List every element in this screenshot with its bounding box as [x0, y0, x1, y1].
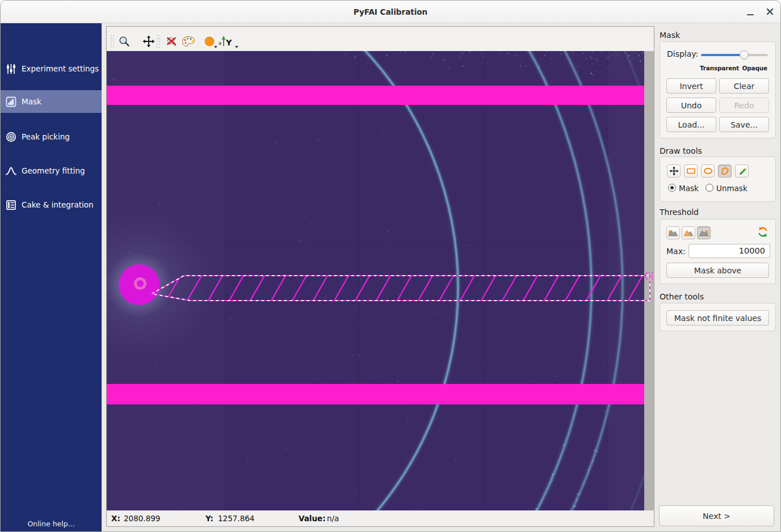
refresh-button[interactable] — [757, 226, 769, 238]
unmask-radio-label: Unmask — [716, 184, 748, 193]
value-label: Value: — [299, 514, 326, 523]
polygon-tool-button[interactable] — [718, 164, 732, 178]
display-label: Display: — [667, 49, 698, 58]
mask-above-button[interactable]: Mask above — [666, 263, 769, 278]
minimize-button[interactable] — [745, 6, 757, 18]
sidebar-item-label: Experiment settings — [22, 64, 99, 73]
slider-fill — [701, 54, 744, 56]
minimize-icon — [745, 6, 757, 18]
refresh-icon — [757, 226, 769, 238]
sidebar-item-label: Mask — [22, 97, 41, 106]
pyfai-window: PyFAI Calibration Experiment settings Ma… — [0, 0, 781, 532]
svg-text:a: a — [219, 41, 221, 46]
x-label: X: — [111, 514, 120, 523]
y-value: 1257.864 — [218, 514, 254, 523]
opaque-label: Opaque — [742, 65, 767, 71]
mask-tools-panel: Mask Display: Transparent Opaque Invert … — [658, 26, 781, 527]
sidebar-item-label: Geometry fitting — [22, 166, 85, 175]
transparent-label: Transparent — [700, 65, 739, 71]
mask-radio-label: Mask — [679, 184, 699, 193]
titlebar[interactable]: PyFAI Calibration — [1, 1, 780, 23]
dropdown-arrow-icon[interactable] — [213, 46, 218, 49]
mask-icon — [6, 96, 16, 107]
mask-not-finite-button[interactable]: Mask not finite values — [666, 310, 769, 326]
y-axis-orientation-button[interactable]: aY — [218, 35, 234, 48]
save-button[interactable]: Save... — [719, 117, 769, 132]
rectangle-tool-button[interactable] — [684, 164, 698, 178]
sidebar-item-experiment-settings[interactable]: Experiment settings — [1, 57, 102, 80]
rectangle-icon — [686, 166, 696, 176]
canvas-margin — [644, 51, 654, 510]
max-label: Max: — [666, 247, 686, 256]
zoom-reset-button[interactable] — [165, 35, 178, 48]
mask-selection-band — [152, 273, 652, 301]
window-title: PyFAI Calibration — [1, 7, 780, 16]
mask-opacity-slider[interactable] — [701, 50, 768, 60]
pan-tool-button[interactable] — [142, 35, 156, 48]
sliders-icon — [6, 64, 16, 74]
redo-button[interactable]: Redo — [719, 98, 769, 113]
zoom-tool-button[interactable] — [117, 35, 131, 48]
plot-toolbar: aY — [107, 27, 654, 51]
sidebar-item-cake-integration[interactable]: Cake & integration — [1, 193, 102, 216]
slider-handle[interactable] — [740, 50, 749, 60]
sidebar-item-mask[interactable]: Mask — [1, 90, 102, 113]
target-icon — [6, 132, 16, 142]
image-viewer-panel: aY — [106, 26, 654, 527]
next-button[interactable]: Next > — [659, 505, 774, 526]
histogram-above-icon — [699, 229, 709, 237]
other-tools-section-title: Other tools — [660, 292, 704, 301]
mask-section-title: Mask — [660, 31, 680, 40]
cake-integration-icon — [6, 200, 16, 210]
pan-draw-tool-button[interactable] — [667, 164, 681, 178]
ellipse-tool-button[interactable] — [701, 164, 715, 178]
pencil-icon — [737, 166, 747, 176]
toolbar-grip[interactable] — [156, 34, 161, 49]
ellipse-icon — [703, 166, 713, 176]
x-value: 2080.899 — [124, 514, 160, 523]
peak-curve-icon — [6, 166, 16, 176]
value-value: n/a — [327, 514, 339, 523]
pan-icon — [669, 166, 679, 176]
histogram-below-icon — [668, 229, 678, 237]
sidebar-item-geometry-fitting[interactable]: Geometry fitting — [1, 159, 102, 182]
undo-button[interactable]: Undo — [666, 98, 716, 113]
mask-bar-top — [107, 86, 644, 105]
close-button[interactable] — [765, 6, 776, 18]
clear-button[interactable]: Clear — [719, 78, 769, 94]
image-canvas[interactable] — [107, 51, 654, 510]
draw-tools-groupbox: Mask Unmask — [660, 157, 776, 202]
svg-text:Y: Y — [225, 38, 232, 47]
max-threshold-input[interactable]: 10000 — [688, 244, 770, 258]
statusbar: X: 2080.899 Y: 1257.864 Value: n/a — [107, 510, 654, 526]
polygon-icon — [720, 166, 730, 176]
dropdown-arrow-icon[interactable] — [234, 46, 239, 49]
pencil-tool-button[interactable] — [735, 164, 749, 178]
mask-groupbox: Display: Transparent Opaque Invert Clear… — [660, 41, 776, 138]
threshold-groupbox: Max: 10000 Mask above — [660, 219, 776, 284]
sidebar-item-label: Peak picking — [22, 132, 70, 141]
y-label: Y: — [205, 514, 213, 523]
toolbar-grip[interactable] — [110, 34, 115, 49]
mask-radio[interactable] — [668, 184, 676, 192]
unmask-radio[interactable] — [706, 184, 713, 192]
close-icon — [765, 6, 776, 18]
mask-above-threshold-button[interactable] — [697, 226, 711, 239]
threshold-section-title: Threshold — [660, 208, 699, 217]
mask-bar-bottom — [107, 384, 644, 404]
mask-between-threshold-button[interactable] — [682, 226, 695, 239]
mask-below-threshold-button[interactable] — [666, 226, 680, 239]
invert-button[interactable]: Invert — [666, 78, 716, 94]
load-button[interactable]: Load... — [666, 117, 716, 132]
other-tools-groupbox: Mask not finite values — [660, 303, 776, 331]
sidebar: Experiment settings Mask Peak picking Ge… — [1, 23, 102, 531]
sidebar-item-peak-picking[interactable]: Peak picking — [1, 125, 102, 148]
sidebar-item-label: Cake & integration — [22, 200, 94, 209]
colormap-button[interactable] — [182, 35, 195, 48]
histogram-between-icon — [683, 229, 694, 237]
draw-tools-section-title: Draw tools — [660, 146, 702, 155]
online-help-link[interactable]: Online help... — [1, 520, 102, 528]
